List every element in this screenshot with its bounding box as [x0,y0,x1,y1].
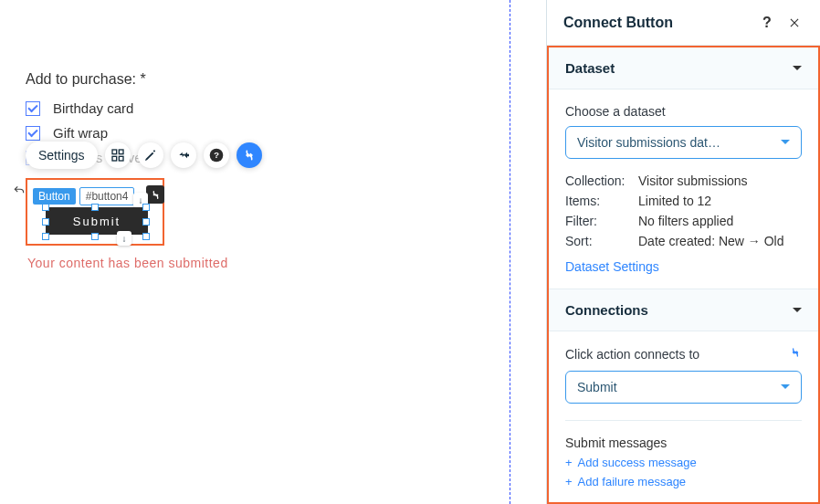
element-id-tag: #button4 [79,187,135,205]
resize-handle[interactable] [142,218,150,226]
panel-header: Connect Button ? [547,0,820,46]
dataset-dropdown-value: Visitor submissions dat… [577,135,720,150]
element-toolbar: Settings ? [26,142,262,169]
panel-title: Connect Button [563,15,673,31]
connect-data-icon[interactable] [237,142,262,168]
click-action-value: Submit [577,380,617,394]
element-type-tag: Button [33,188,76,205]
checkbox-label: Birthday card [53,100,133,116]
reset-connection-icon[interactable] [789,346,802,362]
click-action-dropdown[interactable]: Submit [565,371,802,404]
sort-label: Sort: [565,234,638,248]
success-message-text: Your content has been submitted [27,256,228,270]
submit-messages-block: Submit messages Add success message Add … [565,420,802,488]
svg-rect-1 [119,150,123,154]
add-success-message-link[interactable]: Add success message [565,456,802,469]
svg-rect-0 [112,150,117,154]
connect-button-panel: Connect Button ? Dataset Choose a datase… [546,0,820,504]
chevron-down-icon [781,140,790,149]
editor-canvas[interactable]: Add to purchase: * Birthday card Gift wr… [0,0,546,504]
checkbox-icon[interactable] [26,101,40,116]
resize-handle[interactable] [42,204,49,211]
selected-element-frame[interactable]: Button #button4 ↓ Submit ↓ [26,178,164,246]
panel-body: Dataset Choose a dataset Visitor submiss… [547,46,820,504]
submit-button[interactable]: Submit [46,207,148,235]
collection-value: Visitor submissions [638,173,748,188]
svg-rect-2 [112,156,117,161]
form-label: Add to purchase: * [26,71,520,88]
close-icon[interactable] [785,14,804,32]
canvas-guide-line [510,0,510,504]
checkbox-option[interactable]: Gift wrap [26,125,520,141]
section-title: Connections [565,302,648,318]
dataset-dropdown[interactable]: Visitor submissions dat… [565,126,802,159]
connections-section-content: Click action connects to Submit Submit m… [549,331,818,503]
filter-label: Filter: [565,214,638,228]
resize-handle[interactable] [42,218,49,226]
add-failure-message-link[interactable]: Add failure message [565,475,802,488]
items-value: Limited to 12 [638,194,711,208]
submit-messages-label: Submit messages [565,436,802,450]
connections-section-header[interactable]: Connections [549,289,818,331]
checkbox-option[interactable]: Birthday card [26,100,520,116]
items-label: Items: [565,194,638,208]
resize-handle[interactable] [91,204,99,211]
filter-value: No filters applied [638,214,733,228]
settings-button[interactable]: Settings [26,142,98,169]
element-tag: Button #button4 [33,187,134,205]
connect-indicator-icon[interactable] [146,185,164,204]
resize-handle[interactable] [91,233,99,240]
chevron-down-icon [793,60,802,76]
help-icon[interactable]: ? [758,14,776,32]
svg-text:?: ? [214,151,219,160]
section-title: Dataset [565,60,615,76]
checkbox-icon[interactable] [26,126,40,141]
design-icon[interactable] [138,142,163,168]
dataset-settings-link[interactable]: Dataset Settings [565,259,802,274]
dataset-section-content: Choose a dataset Visitor submissions dat… [549,89,818,289]
layout-icon[interactable] [105,142,131,168]
dataset-section-header[interactable]: Dataset [549,47,818,89]
svg-rect-3 [119,156,123,161]
collection-label: Collection: [565,173,638,188]
undo-icon[interactable] [13,184,26,201]
checkbox-label: Gift wrap [53,125,108,141]
click-action-label: Click action connects to [565,347,699,362]
choose-dataset-label: Choose a dataset [565,104,802,119]
resize-handle[interactable] [142,233,150,240]
chevron-down-icon [781,384,790,394]
download-icon[interactable]: ↓ [117,231,131,246]
sort-value: Date created: New → Old [638,234,784,248]
animation-icon[interactable] [171,142,196,168]
resize-handle[interactable] [142,204,150,211]
help-icon[interactable]: ? [204,142,229,168]
chevron-down-icon [793,302,802,318]
resize-handle[interactable] [42,233,49,240]
